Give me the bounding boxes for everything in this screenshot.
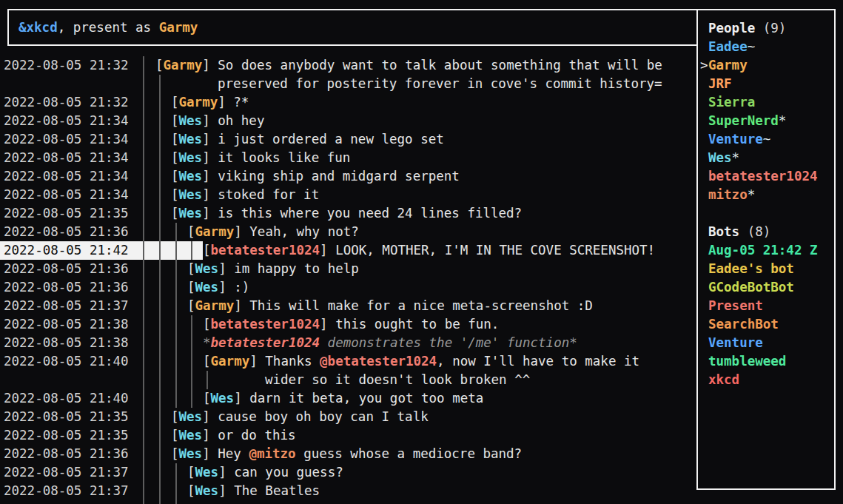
user-mode-suffix: * (779, 113, 787, 128)
timestamp: 2022-08-05 21:38 (4, 334, 129, 352)
chat-row[interactable]: 2022-08-05 21:38[betatester1024] this ou… (0, 315, 696, 334)
person-item[interactable]: Eadee~ (708, 38, 834, 56)
timestamp: 2022-08-05 21:32 (4, 93, 129, 112)
chat-row[interactable]: 2022-08-05 21:37[Wes] can you guess? (0, 463, 696, 482)
current-nick[interactable]: Garmy (159, 20, 198, 35)
chat-row[interactable]: 2022-08-05 21:35[Wes] or do this (0, 426, 696, 445)
timestamp: 2022-08-05 21:34 (4, 112, 129, 130)
bot-name: Aug-05 21:42 Z (708, 243, 818, 258)
message: [Wes] im happy to help (187, 260, 359, 278)
bot-item[interactable]: Aug-05 21:42 Z (708, 241, 834, 260)
message-text: ] is this where you need 24 lines filled… (202, 206, 522, 221)
person-item[interactable]: Venture~ (708, 130, 834, 149)
people-count-value: (9) (763, 21, 787, 36)
thread-guide-line (175, 463, 177, 504)
message-text: ] Yeah, why not? (234, 224, 359, 239)
message-text: [ (171, 206, 179, 221)
nick-wes: Wes (179, 428, 203, 443)
timestamp: 2022-08-05 21:40 (4, 389, 129, 408)
nick-garmy: Garmy (211, 354, 250, 369)
timestamp: 2022-08-05 21:34 (4, 167, 129, 186)
nick-garmy: Garmy (195, 224, 235, 239)
nick-garmy: Garmy (164, 58, 203, 73)
person-item[interactable]: >Garmy (708, 56, 834, 75)
message: wider so it doesn't look broken ^^ (265, 371, 530, 389)
bot-item[interactable]: Eadee's bot (708, 260, 834, 278)
message-text: wider so it doesn't look broken ^^ (265, 372, 530, 387)
bot-name: Eadee's bot (708, 261, 794, 276)
chat-row[interactable]: 2022-08-05 21:34[Wes] i just ordered a n… (0, 130, 696, 149)
chat-row[interactable]: 2022-08-05 21:37[Wes] The Beatles (0, 482, 696, 500)
people-label: People (708, 21, 755, 36)
message: *betatester1024 demonstrates the '/me' f… (203, 334, 577, 352)
person-item[interactable]: JRF (708, 75, 834, 93)
timestamp: 2022-08-05 21:37 (4, 297, 129, 315)
message-text: preserved for posterity forever in cove'… (218, 76, 662, 91)
chat-row[interactable]: 2022-08-05 21:42[betatester1024] LOOK, M… (0, 241, 696, 260)
chat-row[interactable]: 2022-08-05 21:36[Garmy] Yeah, why not? (0, 223, 696, 241)
message-text: ] oh hey (202, 113, 264, 128)
chat-row[interactable]: 2022-08-05 21:34[Wes] it looks like fun (0, 149, 696, 167)
channel-name[interactable]: &xkcd (19, 20, 58, 35)
message: [betatester1024] this ought to be fun. (203, 315, 499, 334)
chat-row[interactable]: preserved for posterity forever in cove'… (0, 75, 696, 93)
bots-list: Aug-05 21:42 ZEadee's botGCodeBotBotPres… (708, 241, 834, 389)
timestamp: 2022-08-05 21:42 (4, 241, 129, 260)
chat-row[interactable]: 2022-08-05 21:36[Wes] im happy to help (0, 260, 696, 278)
bots-header: Bots (8) (708, 223, 834, 241)
chat-row[interactable]: 2022-08-05 21:36[Wes] Hey @mitzo guess w… (0, 445, 696, 463)
person-item[interactable]: Sierra (708, 93, 834, 112)
message-text: [ (187, 224, 195, 239)
chat-row[interactable]: 2022-08-05 21:40[Garmy] Thanks @betatest… (0, 352, 696, 371)
thread-guide-line (175, 223, 177, 408)
message-text: ] Hey (202, 446, 249, 461)
message-text: [ (171, 95, 179, 110)
message: [Garmy] ?* (171, 93, 249, 112)
chat-row[interactable]: 2022-08-05 21:32[Garmy] ?* (0, 93, 696, 112)
message-text: ] Thanks (249, 354, 320, 369)
bot-item[interactable]: Venture (708, 334, 834, 352)
message-text: [ (203, 317, 211, 332)
bot-item[interactable]: SearchBot (708, 315, 834, 334)
chat-row[interactable]: 2022-08-05 21:34[Wes] oh hey (0, 112, 696, 130)
chat-row[interactable]: wider so it doesn't look broken ^^ (0, 371, 696, 389)
message: [Wes] darn it beta, you got too meta (203, 389, 483, 408)
user-mode-suffix: * (732, 150, 740, 165)
bot-item[interactable]: tumbleweed (708, 352, 834, 371)
message-text: ] can you guess? (218, 465, 343, 480)
chat-row[interactable]: 2022-08-05 21:37[Garmy] This will make f… (0, 297, 696, 315)
chat-row[interactable]: 2022-08-05 21:38*betatester1024 demonstr… (0, 334, 696, 352)
timestamp: 2022-08-05 21:36 (4, 445, 129, 463)
message: [Wes] i just ordered a new lego set (171, 130, 444, 149)
chat-row[interactable]: 2022-08-05 21:32[Garmy] So does anybody … (0, 56, 696, 75)
header-middle-text: , present as (58, 20, 159, 35)
chat-row[interactable]: 2022-08-05 21:35[Wes] cause boy oh boy c… (0, 408, 696, 426)
thread-guide-line (191, 241, 192, 260)
chat-row[interactable]: 2022-08-05 21:40[Wes] darn it beta, you … (0, 389, 696, 408)
person-item[interactable]: mitzo* (708, 186, 834, 204)
bot-item[interactable]: xkcd (708, 371, 834, 389)
message-text: ] im happy to help (218, 261, 359, 276)
bot-item[interactable]: GCodeBotBot (708, 278, 834, 297)
person-item[interactable]: betatester1024 (708, 167, 834, 186)
message-text: ] :) (218, 280, 249, 295)
nick-wes: Wes (195, 261, 219, 276)
chat-row[interactable]: 2022-08-05 21:35[Wes] is this where you … (0, 204, 696, 223)
user-mode-suffix: * (748, 187, 756, 202)
chat-row[interactable]: 2022-08-05 21:34[Wes] viking ship and mi… (0, 167, 696, 186)
people-list: Eadee~>GarmyJRFSierraSuperNerd*Venture~W… (708, 38, 834, 204)
person-item[interactable]: Wes* (708, 149, 834, 167)
chat-row[interactable]: 2022-08-05 21:34[Wes] stoked for it (0, 186, 696, 204)
bot-item[interactable]: Present (708, 297, 834, 315)
person-item[interactable]: SuperNerd* (708, 112, 834, 130)
nick-wes: Wes (195, 465, 219, 480)
message: [Garmy] Yeah, why not? (187, 223, 359, 241)
message-text: guess whose a mediocre band? (296, 446, 523, 461)
chat-row[interactable]: 2022-08-05 21:36[Wes] :) (0, 278, 696, 297)
message-text: [ (187, 298, 195, 313)
timestamp: 2022-08-05 21:36 (4, 278, 129, 297)
nick-wes: Wes (179, 113, 203, 128)
timestamp: 2022-08-05 21:36 (4, 223, 129, 241)
message-text: [ (171, 150, 179, 165)
sidebar-spacer (708, 204, 834, 223)
